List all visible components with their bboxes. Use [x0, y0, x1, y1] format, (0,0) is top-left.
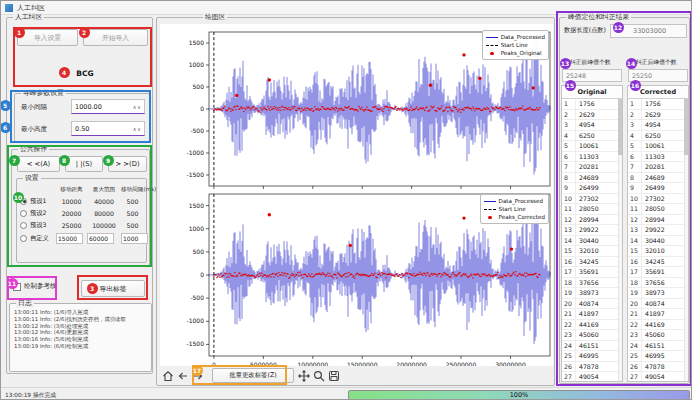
- peak-table-row[interactable]: 1128050: [628, 204, 688, 215]
- preset-radio[interactable]: [20, 222, 27, 229]
- figure-canvas[interactable]: -1500-1000-50005001000150005000000100000…: [160, 24, 553, 366]
- peak-table-row[interactable]: 46250: [628, 131, 688, 142]
- peak-table-row[interactable]: 1735691: [562, 267, 622, 278]
- peak-table-row[interactable]: 2244169: [628, 320, 688, 331]
- peak-table-row[interactable]: 11756: [628, 99, 688, 110]
- peak-table-row[interactable]: 2141897: [628, 309, 688, 320]
- peak-table-row[interactable]: 1228994: [628, 215, 688, 226]
- peak-table-row[interactable]: 1532010: [562, 246, 622, 257]
- peak-table-row[interactable]: 1837656: [562, 278, 622, 289]
- signal-type-select[interactable]: BCG: [65, 67, 105, 81]
- min-height-spinner[interactable]: ∧∨: [71, 121, 145, 136]
- svg-text:-1000: -1000: [187, 317, 205, 324]
- peak-table-row[interactable]: 2647878: [562, 362, 622, 373]
- preset-radio[interactable]: [20, 235, 27, 242]
- svg-text:-1000: -1000: [187, 149, 205, 156]
- peak-table-row[interactable]: 2546995: [562, 351, 622, 362]
- home-icon[interactable]: [161, 369, 174, 382]
- svg-text:25000000: 25000000: [446, 361, 477, 366]
- legend-entry: Start Line: [484, 205, 545, 213]
- spinner-arrows-icon[interactable]: ∧∨: [133, 126, 144, 132]
- peak-table-row[interactable]: 926499: [562, 183, 622, 194]
- peak-table-row[interactable]: 34954: [562, 120, 622, 131]
- custom-value-input[interactable]: [56, 233, 83, 244]
- svg-text:-500: -500: [190, 127, 204, 134]
- pause-button[interactable]: | |(S): [65, 156, 103, 172]
- peak-table-row[interactable]: 2546995: [628, 351, 688, 362]
- preset-radio[interactable]: [20, 210, 27, 217]
- peak-table-row[interactable]: 1938973: [562, 288, 622, 299]
- peak-table-row[interactable]: 611303: [562, 152, 622, 163]
- batch-edit-labels-button[interactable]: 批量更改标签(Z): [212, 368, 294, 383]
- save-icon[interactable]: [327, 369, 340, 382]
- results-title: 峰值定位和纠正结果: [566, 13, 631, 22]
- preset-label: 预设2: [30, 209, 56, 218]
- peak-table-row[interactable]: 2749054: [562, 372, 622, 382]
- peak-table-row[interactable]: 46250: [562, 131, 622, 142]
- peak-table-row[interactable]: 1837656: [628, 278, 688, 289]
- zoom-icon[interactable]: [312, 369, 325, 382]
- peak-table-row[interactable]: 1634245: [628, 257, 688, 268]
- peak-table-row[interactable]: 2446151: [628, 341, 688, 352]
- min-interval-spinner[interactable]: ∧∨: [71, 99, 145, 114]
- peak-table-row[interactable]: 611303: [628, 152, 688, 163]
- peak-table-row[interactable]: 824689: [562, 173, 622, 184]
- peak-table-row[interactable]: 2345060: [562, 330, 622, 341]
- data-length-field: 33003000: [610, 24, 687, 38]
- peak-table-row[interactable]: 1938973: [628, 288, 688, 299]
- peak-table-row[interactable]: 510061: [562, 141, 622, 152]
- peak-table-row[interactable]: 1228994: [562, 215, 622, 226]
- pan-icon[interactable]: [297, 369, 310, 382]
- back-icon[interactable]: [176, 369, 189, 382]
- peak-table-row[interactable]: 2749054: [628, 372, 688, 382]
- peak-table-row[interactable]: 2345060: [628, 330, 688, 341]
- peak-table-row[interactable]: 11756: [562, 99, 622, 110]
- export-labels-button[interactable]: 导出标签: [81, 280, 145, 297]
- peak-table-row[interactable]: 1329922: [628, 225, 688, 236]
- peak-table-row[interactable]: 1329922: [562, 225, 622, 236]
- peak-table-row[interactable]: 2446151: [562, 341, 622, 352]
- move-right-button[interactable]: > >(D): [108, 156, 147, 172]
- svg-text:-1500: -1500: [187, 340, 205, 347]
- peak-table-row[interactable]: 1634245: [562, 257, 622, 268]
- peak-table-row[interactable]: 1027302: [628, 194, 688, 205]
- scrollbar-thumb[interactable]: [684, 99, 688, 155]
- start-import-button[interactable]: 开始导入: [83, 29, 148, 46]
- peak-table-row[interactable]: 2141897: [562, 309, 622, 320]
- scrollbar-thumb[interactable]: [618, 99, 622, 155]
- import-settings-button[interactable]: 导入设置: [17, 29, 78, 46]
- draw-reference-checkbox[interactable]: 绘制参考线: [13, 282, 57, 291]
- min-interval-label: 最小间隔: [21, 103, 47, 112]
- peak-table-row[interactable]: 1735691: [628, 267, 688, 278]
- peak-table-row[interactable]: 824689: [628, 173, 688, 184]
- min-interval-input[interactable]: [72, 103, 133, 111]
- peak-table-row[interactable]: 2647878: [628, 362, 688, 373]
- peak-table-row[interactable]: 1430440: [562, 236, 622, 247]
- spinner-arrows-icon[interactable]: ∧∨: [133, 104, 144, 110]
- checkbox-box[interactable]: [13, 283, 21, 291]
- peak-table-row[interactable]: 1027302: [562, 194, 622, 205]
- peak-table-row[interactable]: 510061: [628, 141, 688, 152]
- peak-table-row[interactable]: 22629: [562, 110, 622, 121]
- peak-table-row[interactable]: 34954: [628, 120, 688, 131]
- corrected-peaks-table[interactable]: Corrected 117562262934954462505100616113…: [627, 85, 689, 382]
- preset-radio[interactable]: [20, 198, 27, 205]
- peak-table-row[interactable]: 2244169: [562, 320, 622, 331]
- original-peaks-table[interactable]: Original 1175622629349544625051006161130…: [561, 85, 623, 382]
- move-left-button[interactable]: < <(A): [17, 156, 60, 172]
- peak-table-row[interactable]: 1430440: [628, 236, 688, 247]
- legend-top: Data_ProcessedStart LinePeaks_Original: [482, 30, 549, 60]
- peak-table-row[interactable]: 22629: [628, 110, 688, 121]
- preset-value: 500: [121, 222, 144, 229]
- custom-value-input[interactable]: [87, 233, 114, 244]
- peak-table-row[interactable]: 2040874: [562, 299, 622, 310]
- peak-table-row[interactable]: 1532010: [628, 246, 688, 257]
- peak-table-row[interactable]: 720281: [628, 162, 688, 173]
- peak-table-row[interactable]: 926499: [628, 183, 688, 194]
- peak-table-row[interactable]: 720281: [562, 162, 622, 173]
- min-height-input[interactable]: [72, 125, 133, 133]
- peak-table-row[interactable]: 2040874: [628, 299, 688, 310]
- peak-table-row[interactable]: 1128050: [562, 204, 622, 215]
- forward-icon[interactable]: [191, 369, 204, 382]
- custom-value-input[interactable]: [121, 233, 148, 244]
